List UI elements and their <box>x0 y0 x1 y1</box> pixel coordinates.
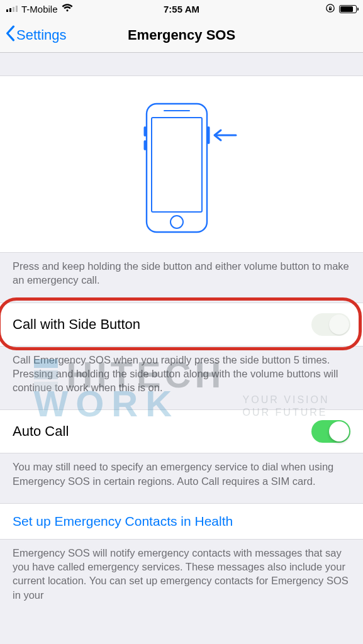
cellular-signal-icon <box>6 6 18 12</box>
status-left: T-Mobile <box>6 4 73 14</box>
auto-call-toggle[interactable] <box>311 420 350 443</box>
navigation-bar: Settings Emergency SOS <box>0 18 363 53</box>
status-right <box>325 3 357 15</box>
svg-rect-2 <box>147 104 207 232</box>
svg-point-0 <box>327 4 334 11</box>
setup-emergency-contacts-row[interactable]: Set up Emergency Contacts in Health <box>0 503 363 540</box>
svg-rect-1 <box>329 8 332 10</box>
auto-call-label: Auto Call <box>13 423 69 440</box>
illustration-footer-text: Press and keep holding the side button a… <box>0 253 363 303</box>
call-with-side-button-label: Call with Side Button <box>13 316 140 333</box>
carrier-label: T-Mobile <box>21 4 58 14</box>
call-with-side-button-toggle[interactable] <box>311 313 350 336</box>
svg-rect-6 <box>207 126 209 144</box>
chevron-left-icon <box>5 25 15 45</box>
auto-call-row[interactable]: Auto Call <box>0 409 363 453</box>
page-title: Emergency SOS <box>128 27 235 43</box>
orientation-lock-icon <box>325 3 335 15</box>
svg-rect-7 <box>143 126 146 136</box>
phone-side-button-illustration-icon <box>125 101 238 235</box>
status-bar: T-Mobile 7:55 AM <box>0 0 363 18</box>
setup-emergency-contacts-footer: Emergency SOS will notify emergency cont… <box>0 540 363 617</box>
illustration-panel <box>0 75 363 253</box>
back-label: Settings <box>16 27 67 43</box>
setup-emergency-contacts-label: Set up Emergency Contacts in Health <box>13 514 233 529</box>
wifi-icon <box>62 4 73 14</box>
auto-call-footer: You may still need to specify an emergen… <box>0 453 363 503</box>
svg-rect-3 <box>152 118 202 212</box>
call-with-side-button-footer: Call Emergency SOS when you rapidly pres… <box>0 347 363 410</box>
status-time: 7:55 AM <box>164 4 199 14</box>
call-with-side-button-row[interactable]: Call with Side Button <box>0 303 363 347</box>
svg-point-4 <box>170 216 183 228</box>
settings-content: Press and keep holding the side button a… <box>0 75 363 617</box>
back-button[interactable]: Settings <box>5 25 67 45</box>
svg-rect-8 <box>143 140 146 150</box>
battery-icon <box>339 5 357 13</box>
